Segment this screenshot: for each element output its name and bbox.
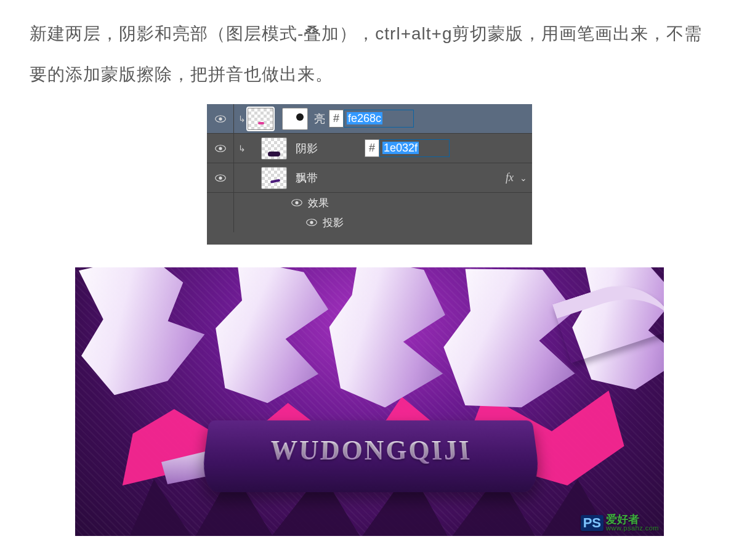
layer-name-label: 亮: [314, 112, 325, 126]
visibility-toggle[interactable]: [207, 104, 234, 133]
eye-icon: [215, 145, 226, 152]
ribbon-glyph: [75, 267, 236, 405]
watermark-line2: www.psahz.com: [606, 525, 659, 532]
fx-label: fx: [506, 171, 514, 184]
watermark-logo: PS: [581, 515, 604, 531]
visibility-placeholder: [207, 213, 234, 232]
mask-thumbnail[interactable]: [282, 108, 308, 130]
clip-indicator-icon: ↳: [234, 114, 248, 124]
eye-icon: [215, 174, 226, 182]
layer-thumbnail[interactable]: [248, 108, 273, 130]
chevron-down-icon[interactable]: ⌄: [520, 173, 527, 183]
visibility-toggle[interactable]: [207, 134, 234, 163]
banner-text: WUDONGQIJI: [203, 434, 539, 466]
dropshadow-label: 投影: [323, 216, 344, 230]
svg-point-7: [295, 201, 298, 204]
layer-row-ribbon[interactable]: 飘带 fx ⌄: [207, 163, 532, 193]
layer-thumbnail[interactable]: [261, 137, 287, 160]
visibility-placeholder: [207, 193, 234, 213]
hex-color-input[interactable]: 1e032f: [379, 139, 450, 157]
visibility-toggle[interactable]: [207, 163, 234, 192]
watermark: PS 爱好者 www.psahz.com: [581, 514, 659, 532]
banner: WUDONGQIJI: [200, 420, 542, 492]
layer-row-shadow[interactable]: ↳ 阴影 # 1e032f: [207, 134, 532, 163]
instruction-text: 新建两层，阴影和亮部（图层模式-叠加），ctrl+alt+g剪切蒙版，用画笔画出…: [30, 14, 713, 95]
visibility-toggle[interactable]: [304, 219, 319, 226]
hash-label: #: [365, 139, 379, 157]
effects-row[interactable]: 效果: [207, 193, 532, 213]
svg-point-9: [310, 221, 313, 224]
eye-icon: [215, 115, 226, 123]
layer-row-highlight[interactable]: ↳ 亮 # fe268c: [207, 104, 532, 134]
layer-name-label: 阴影: [296, 141, 318, 156]
hex-color-input[interactable]: fe268c: [344, 110, 414, 128]
svg-point-3: [219, 147, 222, 150]
svg-point-1: [219, 117, 222, 120]
eye-icon: [291, 199, 302, 206]
effects-label: 效果: [308, 196, 329, 210]
watermark-line1: 爱好者: [606, 514, 659, 526]
dropshadow-row[interactable]: 投影: [207, 213, 532, 232]
visibility-toggle[interactable]: [289, 199, 304, 206]
layers-panel: ↳ 亮 # fe268c ↳ 阴影 # 1e032f 飘带 fx ⌄: [207, 104, 532, 245]
ribbon-glyph: [200, 267, 345, 413]
ribbon-glyph: [318, 267, 461, 414]
artwork-preview: WUDONGQIJI PS 爱好者 www.psahz.com: [75, 267, 664, 536]
hash-label: #: [329, 110, 344, 128]
layer-name-label: 飘带: [296, 171, 318, 185]
layer-thumbnail[interactable]: [261, 167, 287, 189]
svg-point-5: [219, 176, 222, 179]
eye-icon: [306, 219, 317, 226]
clip-indicator-icon: ↳: [234, 144, 248, 153]
